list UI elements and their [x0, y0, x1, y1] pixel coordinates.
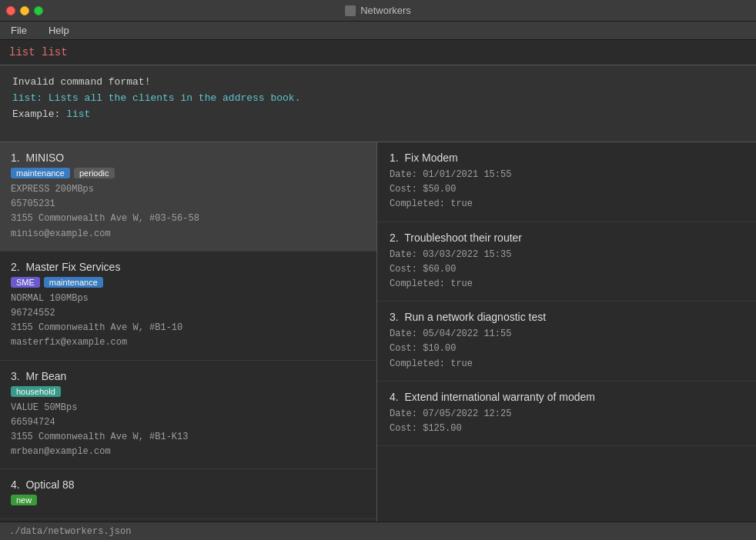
- client-tags-4: new: [11, 495, 366, 505]
- service-title-2: 2. Troubleshoot their router: [390, 232, 744, 244]
- status-path: ./data/networkers.json: [9, 526, 131, 537]
- tag-periodic: periodic: [74, 168, 115, 178]
- client-tags-2: SME maintenance: [11, 277, 366, 288]
- service-item-4[interactable]: 4. Extend international warranty of mode…: [377, 382, 756, 446]
- client-info-3: VALUE 50MBps 66594724 3155 Commonwealth …: [11, 401, 366, 460]
- tag-maintenance: maintenance: [11, 168, 70, 178]
- service-item-3[interactable]: 3. Run a network diagnostic test Date: 0…: [377, 302, 756, 382]
- client-item-1[interactable]: 1. MINISO maintenance periodic EXPRESS 2…: [0, 142, 376, 252]
- client-info-2: NORMAL 100MBps 96724552 3155 Commonwealt…: [11, 292, 366, 351]
- command-area: [0, 40, 756, 65]
- client-name-3: 3. Mr Bean: [11, 370, 366, 382]
- app-container: Networkers File Help Invalid command for…: [0, 0, 756, 540]
- title-bar: Networkers: [0, 0, 756, 22]
- app-icon: [345, 5, 356, 16]
- tag-new: new: [11, 495, 37, 505]
- menu-file[interactable]: File: [6, 23, 32, 38]
- client-info-1: EXPRESS 200MBps 65705231 3155 Commonweal…: [11, 182, 366, 242]
- client-name-2: 2. Master Fix Services: [11, 261, 366, 273]
- client-name-4: 4. Optical 88: [11, 478, 366, 491]
- menu-help[interactable]: Help: [44, 23, 74, 38]
- client-name-1: 1. MINISO: [11, 152, 366, 164]
- service-info-1: Date: 01/01/2021 15:55 Cost: $50.00 Comp…: [390, 168, 744, 212]
- maximize-button[interactable]: [34, 6, 43, 15]
- tag-maintenance-2: maintenance: [44, 277, 103, 288]
- client-item-4[interactable]: 4. Optical 88 new: [0, 469, 376, 519]
- tag-household: household: [11, 386, 61, 397]
- service-title-3: 3. Run a network diagnostic test: [390, 311, 744, 323]
- client-tags-3: household: [11, 386, 366, 397]
- client-item-3[interactable]: 3. Mr Bean household VALUE 50MBps 665947…: [0, 361, 376, 470]
- client-tags-1: maintenance periodic: [11, 168, 366, 178]
- output-error: Invalid command format!: [12, 75, 744, 91]
- minimize-button[interactable]: [20, 6, 29, 15]
- tag-sme: SME: [11, 277, 40, 288]
- output-example: Example: list: [12, 107, 744, 123]
- status-bar: ./data/networkers.json: [0, 522, 756, 540]
- service-title-1: 1. Fix Modem: [390, 152, 744, 164]
- service-info-3: Date: 05/04/2022 11:55 Cost: $10.00 Comp…: [390, 327, 744, 372]
- service-item-1[interactable]: 1. Fix Modem Date: 01/01/2021 15:55 Cost…: [377, 142, 756, 222]
- output-highlight: list: Lists all the clients in the addre…: [12, 92, 300, 104]
- service-item-2[interactable]: 2. Troubleshoot their router Date: 03/03…: [377, 222, 756, 302]
- menu-bar: File Help: [0, 22, 756, 40]
- window-title: Networkers: [345, 5, 411, 16]
- traffic-lights: [6, 6, 43, 15]
- service-title-4: 4. Extend international warranty of mode…: [390, 391, 744, 403]
- close-button[interactable]: [6, 6, 15, 15]
- client-list: 1. MINISO maintenance periodic EXPRESS 2…: [0, 142, 377, 540]
- service-info-2: Date: 03/03/2022 15:35 Cost: $60.00 Comp…: [390, 248, 744, 292]
- output-description: list: Lists all the clients in the addre…: [12, 91, 744, 107]
- client-item-2[interactable]: 2. Master Fix Services SME maintenance N…: [0, 252, 376, 361]
- service-list: 1. Fix Modem Date: 01/01/2021 15:55 Cost…: [377, 142, 756, 540]
- output-area: Invalid command format! list: Lists all …: [0, 65, 756, 142]
- service-info-4: Date: 07/05/2022 12:25 Cost: $125.00: [390, 407, 744, 436]
- command-input[interactable]: [9, 46, 747, 58]
- content-wrapper: 1. MINISO maintenance periodic EXPRESS 2…: [0, 142, 756, 540]
